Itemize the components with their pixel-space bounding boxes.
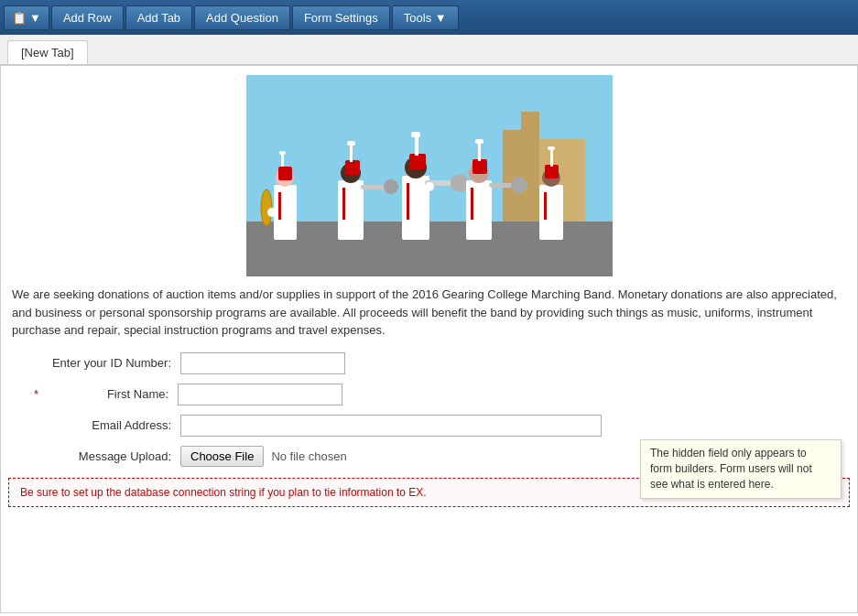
first-name-label: First Name: — [42, 387, 178, 401]
svg-rect-27 — [472, 159, 487, 174]
svg-point-44 — [482, 185, 491, 194]
svg-rect-35 — [550, 148, 553, 167]
required-star-first-name: * — [34, 387, 38, 401]
banner-image — [246, 75, 613, 276]
copy-button[interactable]: 📋 ▼ — [4, 5, 49, 30]
tab-bar: [New Tab] — [0, 35, 858, 65]
svg-rect-39 — [407, 183, 409, 220]
id-number-input[interactable] — [180, 352, 345, 374]
first-name-row: * First Name: — [16, 384, 842, 405]
svg-rect-28 — [478, 141, 481, 161]
svg-point-43 — [425, 182, 434, 191]
svg-rect-5 — [274, 185, 297, 240]
warning-section: Be sure to set up the database connectio… — [8, 478, 850, 507]
svg-rect-15 — [347, 141, 355, 146]
add-tab-button[interactable]: Add Tab — [125, 5, 192, 30]
email-row: Email Address: — [16, 415, 842, 437]
svg-rect-7 — [278, 167, 292, 180]
email-label: Email Address: — [34, 418, 180, 432]
svg-rect-40 — [471, 188, 473, 220]
copy-arrow: ▼ — [29, 11, 41, 25]
svg-rect-29 — [475, 139, 483, 144]
svg-rect-21 — [415, 135, 418, 156]
warning-text: Be sure to set up the database connectio… — [20, 486, 427, 499]
svg-rect-38 — [342, 188, 345, 220]
copy-icon: 📋 — [12, 11, 27, 25]
content-area: We are seeking donations of auction item… — [0, 65, 858, 613]
form-settings-button[interactable]: Form Settings — [292, 5, 390, 30]
toolbar: 📋 ▼ Add Row Add Tab Add Question Form Se… — [0, 0, 858, 35]
svg-point-31 — [511, 177, 527, 193]
svg-rect-41 — [544, 192, 547, 220]
id-number-row: Enter your ID Number: — [16, 352, 842, 374]
tools-label: Tools — [404, 11, 431, 25]
svg-rect-9 — [279, 151, 286, 155]
email-input[interactable] — [180, 415, 602, 437]
svg-rect-14 — [350, 144, 353, 162]
svg-rect-36 — [548, 146, 555, 150]
file-upload-group: Choose File No file chosen — [180, 446, 347, 467]
no-file-text: No file chosen — [271, 449, 346, 463]
description-text: We are seeking donations of auction item… — [8, 286, 850, 340]
svg-rect-13 — [345, 160, 360, 175]
tooltip-text: The hidden field only appears to form bu… — [650, 447, 812, 491]
svg-rect-2 — [521, 112, 539, 130]
tab-new-tab[interactable]: [New Tab] — [7, 40, 88, 64]
svg-point-10 — [261, 189, 272, 226]
svg-point-17 — [384, 179, 398, 194]
svg-rect-22 — [411, 132, 420, 137]
tools-button[interactable]: Tools ▼ — [392, 5, 459, 30]
first-name-input[interactable] — [178, 384, 342, 405]
svg-rect-8 — [281, 153, 284, 167]
add-row-button[interactable]: Add Row — [51, 5, 124, 30]
svg-rect-11 — [338, 180, 364, 240]
id-number-label: Enter your ID Number: — [34, 356, 180, 370]
svg-rect-34 — [545, 165, 559, 178]
add-question-button[interactable]: Add Question — [194, 5, 290, 30]
svg-rect-37 — [278, 192, 281, 220]
svg-rect-32 — [539, 185, 563, 240]
tooltip-box: The hidden field only appears to form bu… — [640, 439, 842, 498]
svg-rect-20 — [409, 154, 426, 169]
choose-file-button[interactable]: Choose File — [180, 446, 264, 467]
svg-point-42 — [267, 208, 277, 217]
tools-arrow-icon: ▼ — [435, 11, 447, 25]
upload-label: Message Upload: — [34, 449, 180, 463]
